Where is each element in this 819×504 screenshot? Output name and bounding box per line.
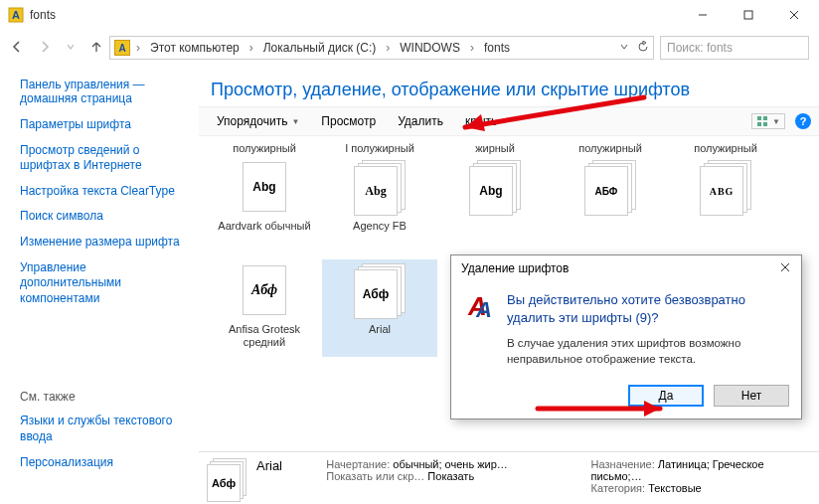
font-item-label: Anfisa Grotesk средний bbox=[207, 323, 322, 351]
breadcrumb[interactable]: fonts bbox=[480, 39, 514, 57]
chevron-down-icon: ▼ bbox=[772, 117, 780, 126]
organize-menu[interactable]: Упорядочить▼ bbox=[207, 110, 309, 132]
svg-rect-6 bbox=[757, 116, 761, 120]
search-input[interactable]: Поиск: fonts bbox=[660, 36, 809, 60]
font-preview-icon: Абф bbox=[207, 458, 246, 498]
details-key: Категория: bbox=[591, 482, 645, 494]
list-item-label: I полужирный bbox=[322, 140, 437, 156]
chevron-down-icon[interactable] bbox=[619, 41, 629, 55]
font-preview-icon: АБФ bbox=[582, 160, 638, 216]
search-placeholder: Поиск: fonts bbox=[667, 41, 733, 55]
chevron-right-icon[interactable]: › bbox=[249, 41, 253, 55]
chevron-right-icon[interactable]: › bbox=[470, 41, 474, 55]
minimize-button[interactable] bbox=[680, 0, 726, 30]
refresh-icon[interactable] bbox=[637, 41, 649, 56]
help-icon[interactable]: ? bbox=[795, 113, 811, 129]
sidebar-link-find-char[interactable]: Поиск символа bbox=[20, 209, 189, 225]
dialog-no-button[interactable]: Нет bbox=[714, 385, 789, 407]
font-item[interactable]: АБФ bbox=[553, 156, 668, 253]
forward-button[interactable] bbox=[38, 40, 52, 57]
navigation-bar: A › Этот компьютер › Локальный диск (C:)… bbox=[0, 30, 819, 66]
chevron-down-icon: ▼ bbox=[291, 117, 299, 126]
details-pane: Абф Arial Начертание: обычный; очень жир… bbox=[199, 451, 819, 504]
svg-text:A: A bbox=[475, 297, 492, 322]
font-preview-icon: Абф bbox=[352, 263, 408, 319]
font-preview-icon: Abg bbox=[467, 160, 523, 216]
sidebar-link-font-details-online[interactable]: Просмотр сведений о шрифтах в Интернете bbox=[20, 143, 189, 174]
window-controls bbox=[680, 0, 817, 30]
chevron-right-icon[interactable]: › bbox=[136, 41, 140, 55]
dialog-yes-button[interactable]: Да bbox=[628, 385, 704, 407]
sidebar-link-change-size[interactable]: Изменение размера шрифта bbox=[20, 235, 189, 251]
fonts-folder-icon: A bbox=[114, 40, 130, 56]
details-key: Назначение: bbox=[591, 458, 655, 470]
see-also-text-services[interactable]: Языки и службы текстового ввода bbox=[20, 414, 189, 444]
sidebar-link-optional-features[interactable]: Управление дополнительными компонентами bbox=[20, 260, 189, 307]
dialog-close-button[interactable] bbox=[775, 261, 795, 275]
recent-dropdown[interactable] bbox=[66, 41, 76, 55]
font-item-agencyfb[interactable]: Abg Agency FB bbox=[322, 156, 437, 253]
see-also-personalization[interactable]: Персонализация bbox=[20, 455, 189, 471]
font-preview-icon: ABG bbox=[698, 160, 753, 216]
dialog-question: Вы действительно хотите безвозвратно уда… bbox=[507, 291, 787, 326]
dialog-titlebar: Удаление шрифтов bbox=[451, 255, 801, 281]
font-preview-icon: Abg bbox=[237, 160, 292, 216]
details-key: Показать или скр… bbox=[326, 470, 424, 482]
control-panel-sidebar: Панель управления — домашняя страница Па… bbox=[0, 66, 199, 504]
font-item-anfisa[interactable]: Абф Anfisa Grotesk средний bbox=[207, 259, 322, 357]
details-font-name: Arial bbox=[256, 458, 312, 473]
list-item-label: полужирный bbox=[207, 140, 322, 156]
breadcrumb[interactable]: Этот компьютер bbox=[146, 39, 244, 57]
details-key: Начертание: bbox=[326, 458, 390, 470]
fonts-folder-icon: A bbox=[8, 7, 24, 23]
hide-button[interactable]: крыть bbox=[455, 110, 507, 132]
sidebar-link-cleartype[interactable]: Настройка текста ClearType bbox=[20, 184, 189, 200]
details-value: обычный; очень жир… bbox=[393, 458, 508, 470]
delete-fonts-dialog: Удаление шрифтов A A Вы действительно хо… bbox=[450, 254, 802, 420]
sidebar-link-font-settings[interactable]: Параметры шрифта bbox=[20, 117, 189, 133]
view-selector[interactable]: ▼ bbox=[751, 113, 785, 129]
back-button[interactable] bbox=[10, 40, 24, 57]
see-also-label: См. также bbox=[20, 390, 189, 404]
preview-button[interactable]: Просмотр bbox=[311, 110, 386, 132]
font-item[interactable]: ABG bbox=[668, 156, 783, 253]
dialog-title: Удаление шрифтов bbox=[461, 261, 569, 275]
chevron-right-icon[interactable]: › bbox=[386, 41, 390, 55]
font-preview-icon: Абф bbox=[237, 263, 292, 319]
font-item-arial[interactable]: Абф Arial bbox=[322, 259, 437, 357]
dialog-info: В случае удаления этих шрифтов возможно … bbox=[507, 336, 787, 367]
nav-arrows bbox=[10, 40, 103, 57]
command-bar: Упорядочить▼ Просмотр Удалить крыть ▼ ? bbox=[199, 106, 819, 136]
maximize-button[interactable] bbox=[726, 0, 771, 30]
list-item-label: жирный bbox=[437, 140, 553, 156]
address-bar[interactable]: A › Этот компьютер › Локальный диск (C:)… bbox=[109, 36, 654, 60]
list-item-label: полужирный bbox=[668, 140, 783, 156]
details-value: Показать bbox=[427, 470, 474, 482]
window-titlebar: A fonts bbox=[0, 0, 819, 30]
close-button[interactable] bbox=[771, 0, 817, 30]
font-item[interactable]: Abg bbox=[437, 156, 553, 253]
window-title: fonts bbox=[30, 8, 680, 22]
svg-rect-7 bbox=[763, 116, 767, 120]
font-preview-icon: Abg bbox=[352, 160, 408, 216]
svg-rect-3 bbox=[744, 11, 752, 19]
delete-button[interactable]: Удалить bbox=[388, 110, 453, 132]
font-item-label: Arial bbox=[369, 323, 391, 351]
details-value: Текстовые bbox=[648, 482, 702, 494]
svg-rect-8 bbox=[757, 122, 761, 126]
control-panel-home-link[interactable]: Панель управления — домашняя страница bbox=[20, 78, 189, 105]
page-title: Просмотр, удаление, отображение или скры… bbox=[199, 66, 819, 106]
svg-text:A: A bbox=[12, 9, 20, 21]
list-item-label: полужирный bbox=[553, 140, 668, 156]
up-button[interactable] bbox=[89, 40, 103, 57]
font-item-label: Aardvark обычный bbox=[218, 220, 310, 248]
svg-rect-9 bbox=[763, 122, 767, 126]
font-item-aardvark[interactable]: Abg Aardvark обычный bbox=[207, 156, 322, 253]
breadcrumb[interactable]: WINDOWS bbox=[396, 39, 464, 57]
breadcrumb[interactable]: Локальный диск (C:) bbox=[259, 39, 381, 57]
font-icon: A A bbox=[465, 291, 497, 323]
font-item-label: Agency FB bbox=[353, 220, 407, 248]
